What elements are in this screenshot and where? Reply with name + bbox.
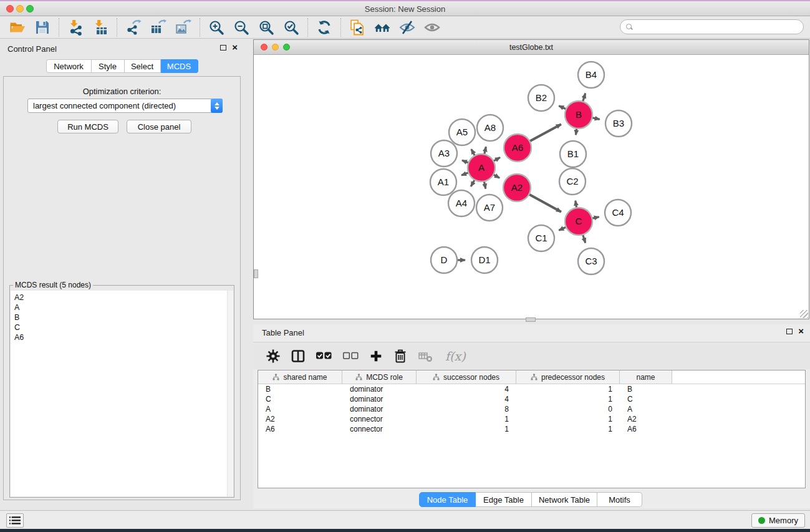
table-cell[interactable]: 1	[516, 395, 620, 404]
network-from-selection-icon[interactable]	[345, 18, 370, 37]
table-cell[interactable]: C	[620, 395, 672, 404]
tab-style[interactable]: Style	[92, 59, 125, 73]
memory-button[interactable]: Memory	[751, 513, 805, 528]
graph-edge-A6-B[interactable]	[529, 124, 561, 142]
table-cell[interactable]: dominator	[342, 405, 417, 414]
table-cell[interactable]: connector	[342, 425, 417, 433]
show-column-icon[interactable]	[291, 349, 306, 364]
float-table-panel-icon[interactable]	[786, 329, 793, 334]
table-cell[interactable]: C	[258, 395, 342, 404]
network-graph[interactable]: B4B2BB3A5A8A6B1A3AA1C2A2A4A7C4CC1C3DD1	[254, 55, 809, 319]
zoom-selected-icon[interactable]	[279, 18, 304, 37]
add-column-icon[interactable]	[369, 349, 383, 363]
close-table-panel-icon[interactable]: ×	[798, 327, 804, 335]
column-header-successor-nodes[interactable]: successor nodes	[417, 370, 516, 384]
search-input[interactable]	[635, 21, 803, 32]
table-cell[interactable]: A2	[258, 415, 342, 423]
table-row[interactable]: Adominator80A	[258, 404, 805, 414]
column-header-shared-name[interactable]: shared name	[258, 370, 342, 384]
column-header-name[interactable]: name	[620, 370, 672, 384]
tab-network-table[interactable]: Network Table	[532, 492, 597, 507]
table-cell[interactable]: A2	[620, 415, 672, 423]
export-network-icon[interactable]	[121, 18, 146, 37]
tab-network[interactable]: Network	[46, 59, 92, 73]
column-header-mcds-role[interactable]: MCDS role	[342, 370, 417, 384]
mcds-result-list[interactable]: A2ABCA6	[11, 291, 233, 496]
table-cell[interactable]: 8	[417, 405, 516, 414]
delete-column-trash-icon[interactable]	[393, 349, 408, 364]
result-scrollbar-track[interactable]	[227, 291, 233, 496]
network-window-titlebar[interactable]: testGlobe.txt	[254, 40, 809, 55]
window-resize-grip[interactable]	[800, 310, 808, 318]
search-field[interactable]	[620, 19, 804, 34]
column-header-predecessor-nodes[interactable]: predecessor nodes	[516, 370, 620, 384]
table-cell[interactable]: dominator	[342, 385, 417, 394]
tab-select[interactable]: Select	[125, 59, 161, 73]
table-cell[interactable]: 4	[417, 385, 516, 394]
hide-selected-eye-icon[interactable]	[395, 18, 420, 37]
table-cell[interactable]: B	[258, 385, 342, 394]
result-item[interactable]: C	[11, 322, 233, 332]
result-item[interactable]: A	[11, 302, 233, 312]
delete-table-icon[interactable]	[418, 349, 433, 364]
run-mcds-button[interactable]: Run MCDS	[57, 120, 118, 133]
open-session-icon[interactable]	[5, 18, 30, 37]
split-divider-handle[interactable]	[254, 269, 258, 278]
table-cell[interactable]: 1	[516, 415, 620, 423]
table-panel-tabs: Node TableEdge TableNetwork TableMotifs	[419, 492, 642, 507]
show-eye-icon[interactable]	[420, 18, 445, 37]
result-item[interactable]: A2	[11, 291, 233, 302]
export-image-icon[interactable]	[171, 18, 196, 37]
table-row[interactable]: Cdominator41C	[258, 394, 805, 404]
table-cell[interactable]: A6	[258, 425, 342, 433]
graph-edge-A2-C[interactable]	[528, 194, 561, 212]
table-cell[interactable]: 1	[516, 385, 620, 394]
graph-node-label: A6	[512, 142, 523, 153]
table-cell[interactable]: 1	[417, 425, 516, 433]
refresh-layout-icon[interactable]	[312, 18, 337, 37]
criterion-dropdown[interactable]: largest connected component (directed)	[27, 99, 223, 113]
tab-edge-table[interactable]: Edge Table	[476, 492, 532, 507]
table-cell[interactable]: B	[620, 385, 672, 394]
tab-node-table[interactable]: Node Table	[419, 492, 476, 507]
result-item[interactable]: A6	[11, 332, 233, 342]
task-history-list-icon[interactable]	[6, 513, 24, 528]
import-network-icon[interactable]	[63, 18, 88, 37]
save-session-icon[interactable]	[30, 18, 55, 37]
tab-mcds[interactable]: MCDS	[161, 59, 198, 73]
zoom-in-icon[interactable]	[204, 18, 229, 37]
table-panel-title: Table Panel	[262, 328, 304, 337]
tab-motifs[interactable]: Motifs	[597, 492, 642, 507]
table-row[interactable]: A2connector11A2	[258, 414, 805, 424]
float-panel-icon[interactable]	[220, 45, 226, 51]
zoom-out-icon[interactable]	[229, 18, 254, 37]
optimization-criterion-label: Optimization criterion:	[4, 87, 240, 96]
table-cell[interactable]: 0	[516, 405, 620, 414]
select-all-icon[interactable]	[316, 351, 332, 361]
table-row[interactable]: Bdominator41B	[258, 384, 805, 394]
result-item[interactable]: B	[11, 312, 233, 322]
criterion-dropdown-value: largest connected component (directed)	[28, 101, 211, 110]
import-table-icon[interactable]	[88, 18, 113, 37]
application-window: Session: New Session	[0, 0, 810, 532]
table-cell[interactable]: A	[620, 405, 672, 414]
table-row[interactable]: A6connector11A6	[258, 424, 805, 434]
table-cell[interactable]: A	[258, 405, 342, 414]
table-cell[interactable]: 1	[516, 425, 620, 433]
function-builder-icon[interactable]: f(x)	[443, 349, 466, 363]
zoom-fit-icon[interactable]	[254, 18, 279, 37]
table-settings-gear-icon[interactable]	[266, 349, 281, 364]
table-cell[interactable]: A6	[620, 425, 672, 433]
close-panel-icon[interactable]: ×	[232, 44, 238, 51]
hierarchy-icon	[433, 374, 440, 380]
close-panel-button[interactable]: Close panel	[127, 120, 191, 133]
table-cell[interactable]: connector	[342, 415, 417, 423]
home-networks-icon[interactable]	[370, 18, 395, 37]
table-cell[interactable]: 4	[417, 395, 516, 404]
table-cell[interactable]: dominator	[342, 395, 417, 404]
export-table-icon[interactable]	[146, 18, 171, 37]
split-divider-handle[interactable]	[526, 317, 536, 322]
network-canvas[interactable]: B4B2BB3A5A8A6B1A3AA1C2A2A4A7C4CC1C3DD1	[254, 55, 809, 319]
deselect-all-icon[interactable]	[342, 351, 359, 361]
table-cell[interactable]: 1	[417, 415, 516, 423]
